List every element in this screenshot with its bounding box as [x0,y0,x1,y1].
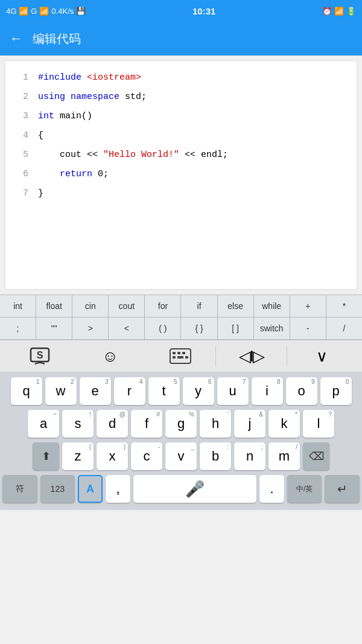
key-m[interactable]: /m [268,442,300,470]
space-key[interactable]: 🎤 [133,475,256,503]
key-l[interactable]: ?l [303,410,334,438]
snippet-key-for[interactable]: for [145,295,181,317]
snippet-key-%5B%20%5D[interactable]: [ ] [218,317,254,340]
wifi-icon: 📶 [334,7,344,16]
key-b[interactable]: :b [200,442,231,470]
key-num-s: ! [89,411,91,418]
key-y[interactable]: 6y [183,377,214,405]
snippet-key-*[interactable]: * [326,295,362,317]
key-num-o: 9 [311,378,315,385]
key-k[interactable]: *k [268,410,300,438]
backspace-key[interactable]: ⌫ [303,442,329,470]
key-label-r: r [127,383,132,399]
snippet-key-%3B[interactable]: ; [0,317,36,340]
key-num-i: 8 [277,378,281,385]
snippet-key-%22%22[interactable]: "" [36,317,72,340]
snippet-key-%3C[interactable]: < [109,317,145,340]
key-w[interactable]: 2w [45,377,77,405]
key-o[interactable]: 9o [286,377,317,405]
comma-key[interactable]: , [106,475,130,503]
code-editor[interactable]: 1#include <iostream>2using namespace std… [5,60,357,290]
snippet-key-switch[interactable]: switch [254,317,290,340]
key-num-t: 5 [174,378,177,385]
keyboard-icon [170,346,191,366]
collapse-keyboard-button[interactable]: ∨ [287,340,357,372]
key-a[interactable]: ~a [28,410,59,438]
key-num-n: ; [261,444,263,450]
key-j[interactable]: &j [234,410,265,438]
key-num-k: * [295,411,297,418]
snippet-key-+[interactable]: + [290,295,326,317]
key-v[interactable]: _v [165,442,197,470]
snippet-key-int[interactable]: int [0,295,36,317]
comma-label: , [116,481,120,497]
snippet-key-%7B%20%7D[interactable]: { } [181,317,217,340]
shift-key[interactable]: ⬆ [33,442,59,470]
key-label-k: k [281,416,288,432]
line-number: 7 [10,184,28,203]
language-switch-key[interactable]: 中/英 [287,475,322,503]
key-num-b: : [227,444,229,450]
snippet-key-%2F[interactable]: / [326,317,362,340]
key-label-z: z [75,448,81,464]
key-q[interactable]: 1q [11,377,42,405]
key-num-d: @ [119,411,125,418]
toolbar-row: S ☺ ◁I▷ ∨ [0,340,362,372]
key-num-g: % [189,411,194,418]
keyboard-switch-button[interactable] [145,340,215,372]
snippet-key-(%20)[interactable]: ( ) [145,317,181,340]
key-x[interactable]: )x [97,442,128,470]
snippet-key-else[interactable]: else [218,295,254,317]
line-number: 3 [10,107,28,126]
key-d[interactable]: @d [97,410,128,438]
number-key[interactable]: 123 [40,475,75,503]
key-g[interactable]: %g [165,410,197,438]
key-t[interactable]: 5t [148,377,180,405]
key-f[interactable]: #f [131,410,162,438]
snippet-key-if[interactable]: if [181,295,217,317]
snippet-key-while[interactable]: while [254,295,290,317]
key-num-z: ( [89,444,91,450]
key-u[interactable]: 7u [217,377,249,405]
key-p[interactable]: 0p [320,377,352,405]
signal-text: 4G [6,7,16,16]
key-num-h: ' [227,411,229,418]
key-h[interactable]: 'h [200,410,231,438]
period-key[interactable]: . [259,475,284,503]
keyboard: 1q2w3e4r5t6y7u8i9o0p ~a!s@d#f%g'h&j*k?l … [0,372,362,510]
key-label-e: e [91,383,98,399]
symbol-key[interactable]: 符 [2,475,37,503]
key-num-m: / [296,444,297,450]
signal-bars-2: 📶 [39,7,49,16]
abc-key[interactable]: A [78,475,103,503]
snippet-key-cin[interactable]: cin [72,295,109,317]
key-c[interactable]: -c [131,442,162,470]
key-num-l: ? [328,411,332,418]
key-i[interactable]: 8i [252,377,283,405]
key-num-j: & [259,411,263,418]
svg-rect-7 [177,356,183,359]
snippet-key-cout[interactable]: cout [109,295,145,317]
snippet-key-float[interactable]: float [36,295,72,317]
key-label-w: w [56,383,66,399]
emoji-button[interactable]: ☺ [75,340,145,372]
key-s[interactable]: !s [62,410,94,438]
key-label-y: y [195,383,202,399]
key-e[interactable]: 3e [80,377,111,405]
key-label-x: x [109,448,116,464]
key-num-f: # [156,411,160,418]
key-r[interactable]: 4r [114,377,145,405]
back-button[interactable]: ← [10,31,23,46]
emoji-icon: ☺ [102,347,118,366]
cursor-move-button[interactable]: ◁I▷ [216,340,286,372]
snippet-key--[interactable]: - [290,317,326,340]
data-speed: 0.4K/s [51,7,74,16]
key-n[interactable]: ;n [234,442,265,470]
line-content: cout << "Hello World!" << endl; [38,145,352,165]
line-content: int main() [38,107,352,126]
key-label-p: p [332,383,339,399]
snippet-key-%3E[interactable]: > [72,317,109,340]
swipe-keyboard-button[interactable]: S [5,340,75,372]
enter-key[interactable]: ↵ [325,475,360,503]
key-z[interactable]: (z [62,442,94,470]
